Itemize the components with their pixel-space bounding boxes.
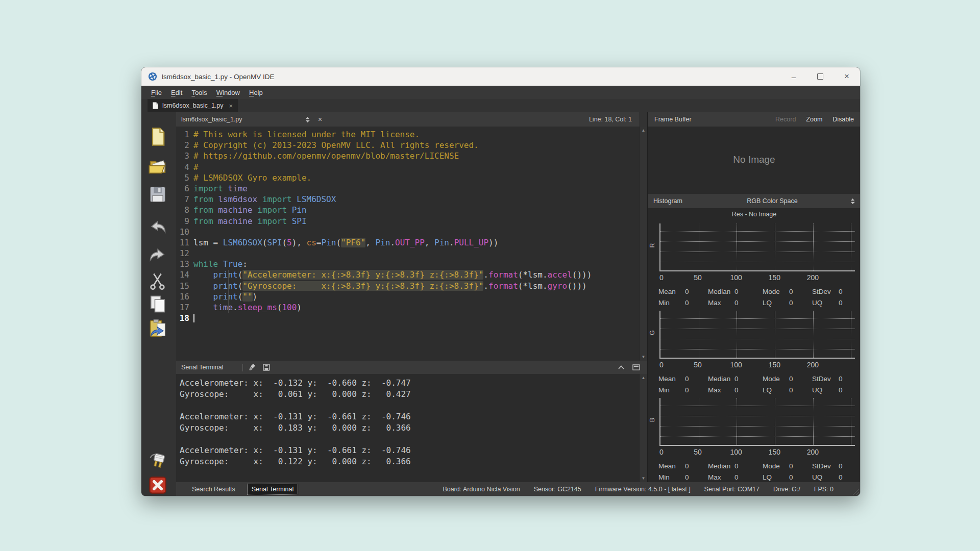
record-button[interactable]: Record <box>775 116 796 123</box>
code-line: 12 <box>176 248 639 259</box>
no-image-placeholder: No Image <box>648 154 860 165</box>
stat-max: Max0 <box>708 299 763 307</box>
scroll-down-icon[interactable]: ▼ <box>640 476 647 481</box>
color-space-label: RGB Color Space <box>694 197 850 205</box>
stat-value: 0 <box>789 288 793 295</box>
stat-label: Median <box>708 462 734 470</box>
stat-stdev: StDev0 <box>812 288 856 295</box>
stat-label: Mean <box>658 375 685 383</box>
stat-value: 0 <box>839 375 843 383</box>
stats-row: Min0Max0LQ0UQ0 <box>658 297 858 308</box>
redo-icon[interactable] <box>148 245 168 266</box>
scroll-up-icon[interactable]: ▲ <box>640 375 647 380</box>
terminal-scrollbar[interactable]: ▲ ▼ <box>639 374 647 482</box>
histogram-title: Histogram <box>653 197 694 205</box>
stat-label: Median <box>708 288 734 295</box>
status-tab-serial-terminal[interactable]: Serial Terminal <box>247 484 298 495</box>
openmv-ide-window: lsm6dsox_basic_1.py - OpenMV IDE – × Fil… <box>141 67 860 496</box>
code-line-content: from machine import Pin <box>189 205 307 215</box>
code-line: 7from lsm6dsox import LSM6DSOX <box>176 194 639 205</box>
frame-buffer-header: Frame Buffer RecordZoomDisable <box>648 112 860 127</box>
detach-panel-icon[interactable] <box>632 364 640 370</box>
open-file-selector[interactable]: lsm6dsox_basic_1.py <box>181 116 305 123</box>
zoom-button[interactable]: Zoom <box>806 116 822 123</box>
menu-item-edit[interactable]: Edit <box>166 87 187 98</box>
copy-icon[interactable] <box>148 294 168 314</box>
editor-toolbar: lsm6dsox_basic_1.py × Line: 18, Col: 1 <box>176 112 639 127</box>
connect-icon[interactable] <box>148 451 168 471</box>
tab-close-icon[interactable]: × <box>229 102 233 110</box>
stat-label: Mode <box>763 288 789 295</box>
serial-terminal-output[interactable]: Accelerometer: x: -0.132 y: -0.660 z: -0… <box>176 374 639 482</box>
stat-value: 0 <box>734 288 739 295</box>
paste-icon[interactable] <box>148 318 168 339</box>
stat-value: 0 <box>839 386 843 394</box>
scroll-up-icon[interactable]: ▲ <box>640 128 647 133</box>
gridline <box>660 252 855 252</box>
gridline <box>660 416 855 416</box>
stat-label: Max <box>708 473 734 481</box>
indent-guide <box>228 270 229 313</box>
stat-value: 0 <box>789 386 793 394</box>
collapse-terminal-icon[interactable] <box>618 365 624 369</box>
tick-label: 50 <box>694 361 702 369</box>
stat-label: StDev <box>812 288 839 295</box>
clear-terminal-icon[interactable] <box>249 363 257 371</box>
gridline <box>660 349 855 349</box>
editor-scrollbar[interactable]: ▲ ▼ <box>639 127 647 361</box>
text-cursor <box>193 314 194 322</box>
stat-min: Min0 <box>658 299 708 307</box>
save-log-icon[interactable] <box>262 363 271 371</box>
file-selector-arrows-icon[interactable] <box>305 116 310 123</box>
cut-icon[interactable] <box>148 271 168 291</box>
code-line: 17 time.sleep_ms(100) <box>176 302 639 313</box>
code-line: 5# LSM6DSOX Gyro example. <box>176 172 639 183</box>
code-line: 2# Copyright (c) 2013-2023 OpenMV LLC. A… <box>176 140 639 151</box>
undo-icon[interactable] <box>148 217 168 238</box>
code-line: 10 <box>176 227 639 237</box>
tab-lsm6dsox-basic-1[interactable]: lsm6dsox_basic_1.py × <box>148 99 238 112</box>
line-number: 1 <box>176 129 189 140</box>
file-icon <box>153 102 158 109</box>
status-item: Sensor: GC2145 <box>534 486 581 493</box>
menu-item-tools[interactable]: Tools <box>187 87 211 98</box>
maximize-button[interactable] <box>807 67 834 86</box>
status-tab-search-results[interactable]: Search Results <box>187 484 240 495</box>
disable-button[interactable]: Disable <box>832 116 854 123</box>
code-line-content: # Copyright (c) 2013-2023 OpenMV LLC. Al… <box>189 140 479 151</box>
scroll-down-icon[interactable]: ▼ <box>640 355 647 359</box>
menu-item-help[interactable]: Help <box>244 87 267 98</box>
open-file-icon[interactable] <box>148 156 168 177</box>
close-file-icon[interactable]: × <box>318 115 322 123</box>
frame-buffer-actions: RecordZoomDisable <box>775 116 854 123</box>
stat-label: UQ <box>812 473 839 481</box>
title-bar[interactable]: lsm6dsox_basic_1.py - OpenMV IDE – × <box>141 67 860 86</box>
code-line: 18 <box>176 313 639 323</box>
stat-value: 0 <box>789 375 793 383</box>
minimize-button[interactable]: – <box>780 67 807 86</box>
code-line: 4# <box>176 162 639 172</box>
status-bar: Search ResultsSerial Terminal Board: Ard… <box>176 482 860 496</box>
status-item: FPS: 0 <box>814 486 834 493</box>
line-number: 9 <box>176 216 189 227</box>
new-file-icon[interactable] <box>148 127 168 147</box>
menu-item-window[interactable]: Window <box>212 87 244 98</box>
save-file-icon[interactable] <box>148 184 168 205</box>
menu-item-file[interactable]: File <box>146 87 166 98</box>
code-line-content: while True: <box>189 259 248 269</box>
stat-value: 0 <box>789 462 793 470</box>
tick-label: 100 <box>730 273 742 282</box>
stat-uq: UQ0 <box>812 473 856 481</box>
stop-script-icon[interactable] <box>148 475 168 495</box>
line-number: 14 <box>176 269 189 280</box>
stat-label: LQ <box>763 299 789 307</box>
color-space-select[interactable]: RGB Color Space <box>694 197 855 205</box>
code-line: 11lsm = LSM6DSOX(SPI(5), cs=Pin("PF6", P… <box>176 237 639 248</box>
line-number: 7 <box>176 194 189 205</box>
line-number: 16 <box>176 291 189 302</box>
close-button[interactable]: × <box>834 67 860 86</box>
stat-min: Min0 <box>658 473 708 481</box>
code-editor[interactable]: 1# This work is licensed under the MIT l… <box>176 127 639 361</box>
stat-value: 0 <box>734 386 739 394</box>
stat-min: Min0 <box>658 386 708 394</box>
